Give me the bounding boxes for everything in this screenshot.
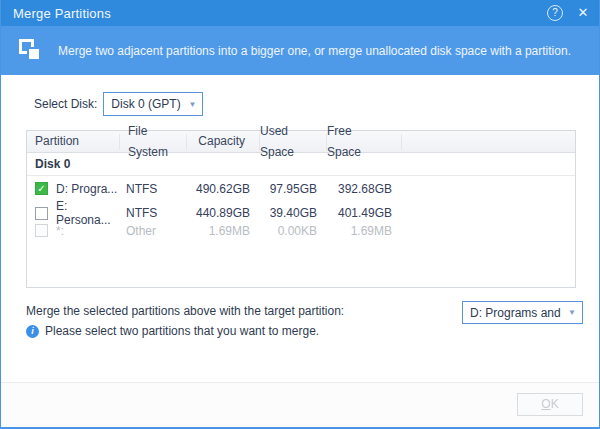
file-system-cell: Other <box>120 224 187 238</box>
disk-select-value: Disk 0 (GPT) <box>104 97 184 111</box>
table-row: *: Other 1.69MB 0.00KB 1.69MB <box>27 220 575 241</box>
info-icon: i <box>26 325 39 338</box>
disk-select-row: Select Disk: Disk 0 (GPT) ▼ <box>34 92 203 116</box>
info-message: Please select two partitions that you wa… <box>45 324 319 338</box>
column-header-capacity[interactable]: Capacity <box>187 134 260 150</box>
dialog-description: Merge two adjacent partitions into a big… <box>58 44 591 58</box>
chevron-down-icon: ▼ <box>564 308 582 317</box>
merge-partitions-icon <box>19 39 43 63</box>
dialog-content: Select Disk: Disk 0 (GPT) ▼ Partition Fi… <box>1 75 599 382</box>
partition-name: *: <box>56 224 64 238</box>
check-icon: ✓ <box>37 183 45 194</box>
capacity-cell: 440.89GB <box>187 206 260 220</box>
checkbox-unchecked[interactable] <box>35 207 48 220</box>
target-partition-value: D: Programs and Install <box>463 306 564 320</box>
column-header-partition[interactable]: Partition <box>27 134 120 150</box>
partition-name-cell: ✓ D: Progra... <box>27 182 120 196</box>
dialog-footer: OK <box>1 382 599 427</box>
checkbox-checked[interactable]: ✓ <box>35 182 48 195</box>
table-row[interactable]: E: Persona... NTFS 440.89GB 39.40GB 401.… <box>27 199 575 220</box>
help-icon[interactable]: ? <box>547 5 563 21</box>
free-space-cell: 401.49GB <box>327 206 402 220</box>
column-header-free-space[interactable]: Free Space <box>327 134 402 150</box>
used-space-cell: 0.00KB <box>260 224 327 238</box>
file-system-cell: NTFS <box>120 182 187 196</box>
column-header-filler <box>402 134 575 150</box>
target-partition-dropdown[interactable]: D: Programs and Install ▼ <box>462 301 583 324</box>
titlebar-controls: ? ✕ <box>547 5 600 21</box>
capacity-cell: 490.62GB <box>187 182 260 196</box>
ok-button[interactable]: OK <box>517 393 583 416</box>
close-icon[interactable]: ✕ <box>575 5 591 21</box>
window-title: Merge Partitions <box>1 6 111 21</box>
merge-partitions-dialog: Merge Partitions ? ✕ Merge two adjacent … <box>0 0 600 429</box>
disk-select-label: Select Disk: <box>34 92 97 116</box>
partitions-table: Partition File System Capacity Used Spac… <box>26 130 576 288</box>
table-header-row: Partition File System Capacity Used Spac… <box>27 131 575 153</box>
used-space-cell: 97.95GB <box>260 182 327 196</box>
free-space-cell: 1.69MB <box>327 224 402 238</box>
column-header-file-system[interactable]: File System <box>120 134 187 150</box>
disk-select-dropdown[interactable]: Disk 0 (GPT) ▼ <box>103 92 203 116</box>
chevron-down-icon: ▼ <box>184 100 202 109</box>
file-system-cell: NTFS <box>120 206 187 220</box>
capacity-cell: 1.69MB <box>187 224 260 238</box>
partition-name-cell: *: <box>27 224 120 238</box>
free-space-cell: 392.68GB <box>327 182 402 196</box>
target-partition-label: Merge the selected partitions above with… <box>26 304 344 318</box>
titlebar: Merge Partitions ? ✕ <box>1 0 600 26</box>
header-band: Merge two adjacent partitions into a big… <box>1 26 600 75</box>
partition-name: D: Progra... <box>56 182 117 196</box>
checkbox-disabled <box>35 224 48 237</box>
info-message-row: i Please select two partitions that you … <box>26 324 319 338</box>
column-header-used-space[interactable]: Used Space <box>260 134 327 150</box>
table-row[interactable]: ✓ D: Progra... NTFS 490.62GB 97.95GB 392… <box>27 178 575 199</box>
used-space-cell: 39.40GB <box>260 206 327 220</box>
disk-group-label: Disk 0 <box>27 157 70 171</box>
